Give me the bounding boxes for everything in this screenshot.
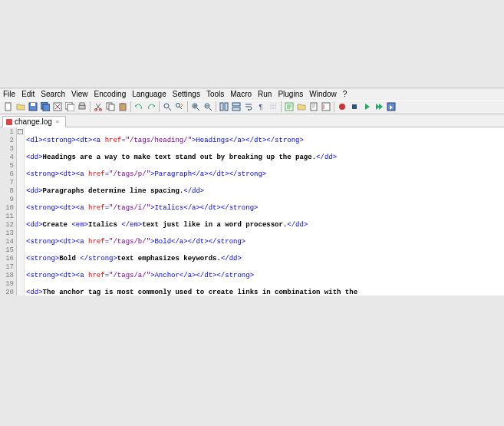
- tab-changelog[interactable]: change.log ×: [2, 116, 66, 127]
- svg-rect-2: [31, 103, 35, 106]
- line-number: 15: [0, 246, 14, 255]
- svg-rect-7: [68, 104, 74, 111]
- menu-macro[interactable]: Macro: [230, 90, 252, 98]
- menu-run[interactable]: Run: [258, 90, 272, 98]
- close-all-icon[interactable]: [64, 101, 75, 112]
- menu-view[interactable]: View: [71, 90, 88, 98]
- line-number: 11: [0, 213, 14, 221]
- line-number: 14: [0, 238, 14, 246]
- fold-toggle-icon[interactable]: −: [18, 129, 23, 134]
- doc-map-icon[interactable]: [308, 101, 319, 112]
- doc-list-icon[interactable]: [321, 101, 331, 112]
- menu-plugins[interactable]: Plugins: [278, 90, 303, 98]
- menu-file[interactable]: File: [3, 90, 15, 98]
- svg-rect-8: [79, 105, 85, 109]
- svg-point-28: [323, 106, 324, 107]
- toolbar-separator: [334, 101, 334, 112]
- indent-guide-icon[interactable]: [268, 101, 278, 112]
- redo-icon[interactable]: [146, 101, 156, 112]
- show-chars-icon[interactable]: ¶: [255, 101, 266, 112]
- line-number-gutter: 1 2 3 4 5 6 7 8 9 10 11 12 13 14 15 16 1…: [0, 127, 17, 296]
- line-number: 8: [0, 187, 14, 196]
- paste-icon[interactable]: [117, 101, 128, 112]
- svg-point-29: [323, 107, 324, 109]
- menu-settings[interactable]: Settings: [173, 90, 200, 98]
- line-number: 7: [0, 179, 14, 187]
- close-icon[interactable]: [52, 101, 63, 112]
- replace-icon[interactable]: [174, 101, 185, 112]
- tab-close-icon[interactable]: ×: [54, 119, 61, 125]
- sync-h-icon[interactable]: [231, 101, 242, 112]
- folder-workspace-icon[interactable]: [296, 101, 307, 112]
- function-list-icon[interactable]: [284, 101, 295, 112]
- toolbar: ¶: [0, 100, 504, 114]
- line-number: 4: [0, 154, 14, 162]
- line-number: 3: [0, 145, 14, 154]
- svg-rect-4: [43, 104, 50, 111]
- line-number: 16: [0, 255, 14, 263]
- line-number: 13: [0, 230, 14, 238]
- play-multi-icon[interactable]: [374, 101, 384, 112]
- cut-icon[interactable]: [93, 101, 104, 112]
- line-number: 10: [0, 204, 14, 213]
- svg-rect-20: [220, 103, 223, 111]
- menu-bar: File Edit Search View Encoding Language …: [0, 88, 504, 100]
- menu-search[interactable]: Search: [41, 90, 65, 98]
- wrap-icon[interactable]: [243, 101, 254, 112]
- find-icon[interactable]: [162, 101, 173, 112]
- editor-area[interactable]: 1 2 3 4 5 6 7 8 9 10 11 12 13 14 15 16 1…: [0, 127, 504, 296]
- play-macro-icon[interactable]: [361, 101, 372, 112]
- toolbar-separator: [187, 101, 188, 112]
- svg-rect-13: [109, 104, 114, 111]
- record-macro-icon[interactable]: [337, 101, 348, 112]
- toolbar-separator: [216, 101, 216, 112]
- copy-icon[interactable]: [105, 101, 116, 112]
- line-number: 12: [0, 221, 14, 230]
- file-icon: [6, 119, 12, 125]
- svg-rect-15: [121, 103, 124, 104]
- tab-bar: change.log ×: [0, 114, 504, 127]
- app-background: File Edit Search View Encoding Language …: [0, 0, 504, 426]
- menu-help[interactable]: ?: [343, 90, 348, 98]
- svg-point-16: [164, 104, 169, 108]
- svg-rect-21: [225, 103, 228, 111]
- svg-point-27: [323, 104, 324, 106]
- menu-encoding[interactable]: Encoding: [94, 90, 127, 98]
- save-icon[interactable]: [28, 101, 38, 112]
- line-number: 9: [0, 196, 14, 204]
- new-file-icon[interactable]: [3, 101, 14, 112]
- zoom-out-icon[interactable]: [203, 101, 213, 112]
- line-number: 1: [0, 128, 14, 137]
- fold-column: −: [17, 127, 25, 296]
- menu-edit[interactable]: Edit: [21, 90, 35, 98]
- svg-point-17: [176, 104, 180, 107]
- save-macro-icon[interactable]: [386, 101, 397, 112]
- menu-language[interactable]: Language: [132, 90, 166, 98]
- print-icon[interactable]: [77, 101, 87, 112]
- line-number: 18: [0, 272, 14, 280]
- tab-title: change.log: [15, 117, 52, 126]
- svg-rect-14: [120, 104, 126, 111]
- toolbar-separator: [130, 101, 131, 112]
- menu-window[interactable]: Window: [309, 90, 337, 98]
- line-number: 6: [0, 170, 14, 179]
- code-text[interactable]: <dl><strong><dt><a href="/tags/heading/"…: [25, 127, 504, 296]
- stop-macro-icon[interactable]: [349, 101, 360, 112]
- page-footer-area: [0, 296, 504, 426]
- line-number: 2: [0, 137, 14, 145]
- undo-icon[interactable]: [133, 101, 144, 112]
- zoom-in-icon[interactable]: [190, 101, 201, 112]
- save-all-icon[interactable]: [40, 101, 51, 112]
- svg-rect-22: [232, 103, 240, 106]
- svg-rect-0: [5, 103, 11, 111]
- sync-v-icon[interactable]: [219, 101, 229, 112]
- svg-rect-9: [80, 103, 84, 105]
- toolbar-separator: [281, 101, 282, 112]
- menu-tools[interactable]: Tools: [206, 90, 224, 98]
- svg-point-30: [339, 104, 345, 110]
- line-number: 5: [0, 162, 14, 170]
- open-file-icon[interactable]: [15, 101, 26, 112]
- line-number: 17: [0, 263, 14, 272]
- toolbar-separator: [90, 101, 91, 112]
- svg-rect-23: [232, 107, 240, 111]
